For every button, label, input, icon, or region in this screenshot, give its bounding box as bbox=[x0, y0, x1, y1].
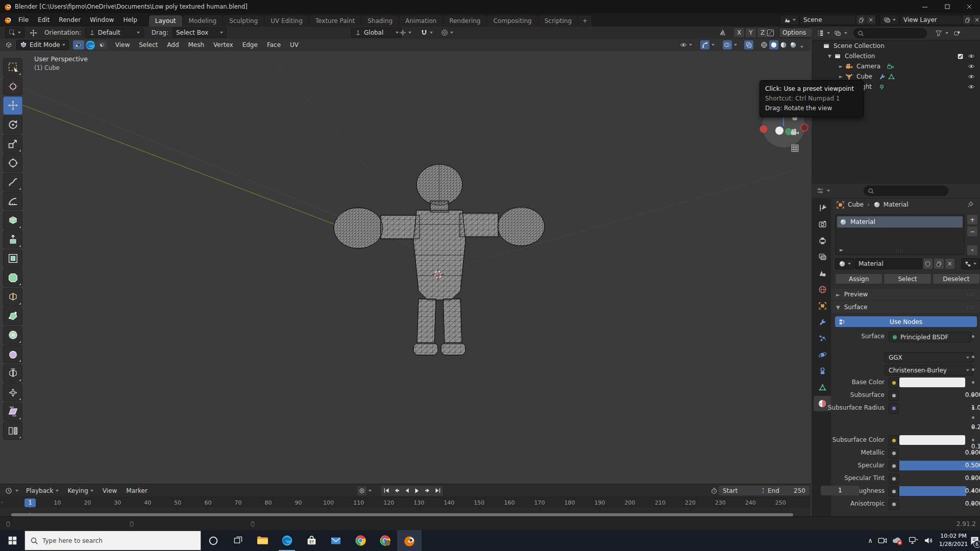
pivot-point-dropdown[interactable] bbox=[399, 29, 411, 36]
tool-measure[interactable] bbox=[3, 192, 22, 210]
vertex-select-mode-button[interactable] bbox=[73, 40, 84, 49]
menu-help[interactable]: Help bbox=[118, 13, 141, 27]
scene-browse-button[interactable] bbox=[780, 15, 799, 25]
disclosure-right[interactable]: ► bbox=[839, 64, 845, 69]
properties-tab-render[interactable] bbox=[814, 216, 831, 232]
tool-shrink-fatten[interactable] bbox=[3, 383, 22, 402]
tool-poly-build[interactable] bbox=[3, 307, 22, 325]
prev-keyframe-button[interactable] bbox=[392, 486, 401, 495]
pin-icon[interactable] bbox=[967, 201, 974, 208]
color-swatch[interactable] bbox=[899, 378, 965, 387]
playhead[interactable]: 1 bbox=[24, 498, 36, 507]
xray-toggle[interactable] bbox=[744, 40, 753, 49]
viewport-menu-vertex[interactable]: Vertex bbox=[209, 39, 238, 51]
tool-rotate[interactable] bbox=[3, 115, 22, 134]
jump-to-start-button[interactable] bbox=[382, 486, 391, 495]
jump-to-end-button[interactable] bbox=[433, 486, 442, 495]
socket-float-icon[interactable] bbox=[889, 448, 899, 459]
material-slot-item[interactable]: Material bbox=[837, 216, 963, 228]
next-keyframe-button[interactable] bbox=[423, 486, 432, 495]
remove-slot-button[interactable]: − bbox=[967, 226, 978, 237]
region-toggle-arrow[interactable]: › bbox=[1, 499, 3, 505]
task-view-button[interactable] bbox=[226, 530, 250, 551]
eye-icon[interactable] bbox=[968, 63, 975, 70]
add-slot-button[interactable]: + bbox=[967, 214, 978, 225]
properties-tab-world[interactable] bbox=[814, 282, 831, 297]
menu-edit[interactable]: Edit bbox=[33, 13, 54, 27]
properties-tab-physics[interactable] bbox=[814, 347, 831, 362]
tool-rip-region[interactable] bbox=[3, 421, 22, 440]
play-reverse-button[interactable] bbox=[402, 486, 411, 495]
play-button[interactable] bbox=[412, 486, 422, 495]
socket-color-icon[interactable] bbox=[889, 378, 899, 388]
wrench-icon[interactable] bbox=[878, 73, 886, 81]
eye-icon[interactable] bbox=[968, 53, 975, 60]
toggle-ortho-button[interactable] bbox=[790, 144, 799, 153]
camera-data-icon[interactable] bbox=[887, 63, 894, 70]
tool-extrude-region[interactable] bbox=[3, 230, 22, 248]
volume-icon[interactable] bbox=[922, 530, 935, 551]
drag-dropdown[interactable]: Select Box bbox=[173, 28, 227, 38]
notification-button[interactable]: 6 bbox=[968, 530, 980, 551]
timeline-ruler[interactable]: 1020304050607080901001101201301401501601… bbox=[0, 497, 811, 508]
decorator-dot[interactable] bbox=[972, 416, 974, 419]
workspace-tab-texture-paint[interactable]: Texture Paint bbox=[309, 15, 361, 27]
auto-keying-toggle[interactable] bbox=[357, 486, 372, 495]
edge-select-mode-button[interactable] bbox=[85, 40, 96, 49]
tool-shear[interactable] bbox=[3, 403, 22, 421]
tool-loop-cut[interactable] bbox=[3, 288, 22, 306]
timeline-track[interactable] bbox=[0, 508, 811, 513]
mirror-x-button[interactable]: X bbox=[733, 28, 745, 38]
decorator-dot[interactable] bbox=[972, 368, 974, 371]
show-object-types-dropdown[interactable] bbox=[680, 41, 692, 48]
unlink-material-button[interactable]: × bbox=[945, 258, 955, 269]
deselect-button[interactable]: Deselect bbox=[933, 273, 980, 284]
socket-float-icon[interactable] bbox=[889, 390, 899, 401]
workspace-tab-animation[interactable]: Animation bbox=[399, 15, 443, 27]
menu-file[interactable]: File bbox=[14, 13, 33, 27]
outliner-row-collection[interactable]: ▼Collection bbox=[812, 51, 980, 61]
properties-tab-output[interactable] bbox=[814, 233, 831, 248]
meet-now-icon[interactable] bbox=[876, 530, 889, 551]
mirror-y-button[interactable]: Y bbox=[745, 28, 756, 38]
outliner-row-scene-collection[interactable]: Scene Collection bbox=[812, 41, 980, 51]
mesh-data-icon[interactable] bbox=[888, 73, 895, 81]
tool-transform[interactable] bbox=[3, 154, 22, 172]
disclosure-down[interactable]: ▼ bbox=[828, 54, 834, 59]
shading-dropdown-chevron[interactable] bbox=[800, 46, 803, 48]
copy-material-button[interactable] bbox=[934, 258, 944, 269]
camera-view-button[interactable] bbox=[790, 128, 799, 137]
material-name-field[interactable]: Material bbox=[855, 258, 922, 269]
distribution-dropdown[interactable]: GGX bbox=[885, 352, 973, 363]
new-collection-button[interactable] bbox=[952, 29, 962, 38]
socket-vector-icon[interactable] bbox=[889, 403, 899, 414]
view-layer-name-field[interactable]: View Layer bbox=[900, 15, 962, 25]
viewport-menu-face[interactable]: Face bbox=[262, 39, 285, 51]
taskbar-search[interactable]: Type here to search bbox=[24, 531, 201, 550]
taskbar-app-chrome-profile[interactable] bbox=[373, 530, 397, 551]
use-preview-range-button[interactable] bbox=[710, 487, 718, 494]
socket-color-icon[interactable] bbox=[889, 435, 899, 446]
proportional-falloff-icon[interactable] bbox=[767, 29, 774, 37]
properties-editor-type-button[interactable] bbox=[816, 186, 825, 195]
menu-window[interactable]: Window bbox=[85, 13, 118, 27]
shading-solid-button[interactable] bbox=[769, 40, 778, 49]
vector-value-field[interactable]: 1.000 bbox=[905, 403, 980, 413]
tool-smooth[interactable] bbox=[3, 345, 22, 363]
outliner-row-camera[interactable]: ►Camera bbox=[812, 61, 980, 71]
tool-cursor[interactable] bbox=[3, 77, 22, 95]
properties-tab-constraints[interactable] bbox=[814, 363, 831, 379]
menu-render[interactable]: Render bbox=[54, 13, 85, 27]
face-select-mode-button[interactable] bbox=[96, 40, 108, 49]
snap-toggle[interactable] bbox=[421, 29, 433, 36]
slider-subsurface[interactable]: 0.000 bbox=[899, 390, 980, 400]
network-icon[interactable] bbox=[906, 530, 920, 551]
view-layer-browse-button[interactable] bbox=[880, 15, 899, 25]
surface-shader-dropdown[interactable]: Principled BSDF bbox=[889, 332, 971, 342]
scene-unlink-button[interactable]: × bbox=[866, 15, 875, 24]
active-tool-button[interactable] bbox=[5, 28, 24, 38]
properties-tab-view-layer[interactable] bbox=[814, 249, 831, 264]
node-tree-dropdown[interactable] bbox=[961, 258, 980, 269]
slider-specular-tint[interactable]: 0.000 bbox=[899, 473, 980, 483]
shading-wireframe-button[interactable] bbox=[760, 40, 769, 49]
